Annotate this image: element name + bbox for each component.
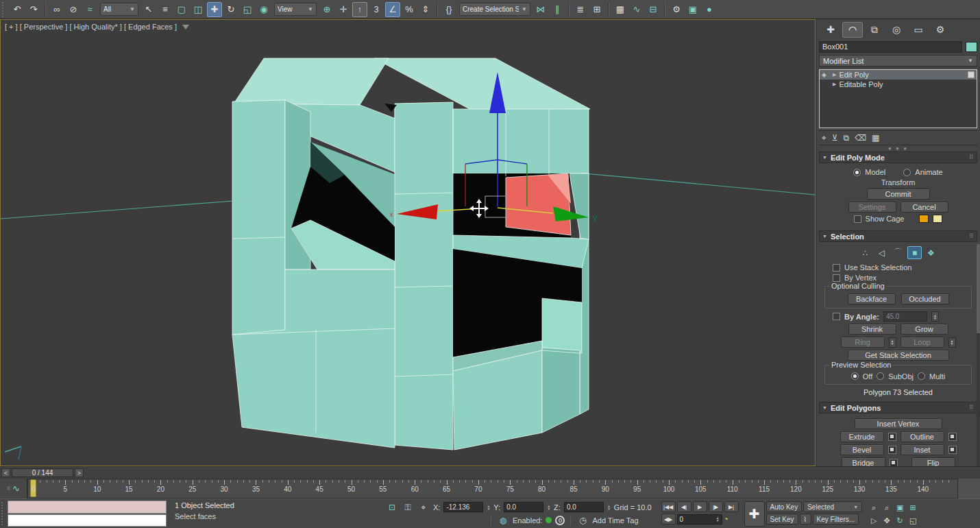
grow-button[interactable]: Grow: [901, 324, 948, 335]
key-mode-toggle-button[interactable]: ◀▶: [661, 514, 676, 525]
viewport-label[interactable]: [ + ] [ Perspective ] [ High Quality* ] …: [5, 23, 189, 31]
flip-button[interactable]: Flip: [911, 457, 955, 466]
render-setup-icon[interactable]: ⚙▼: [669, 2, 684, 17]
spinner-snap-toggle-icon[interactable]: ⇕▼: [418, 2, 433, 17]
zoom-extents-selected-icon[interactable]: ▣: [894, 501, 906, 514]
inset-button[interactable]: Inset: [901, 444, 944, 455]
listener-script-line[interactable]: [8, 514, 167, 527]
expand-arrow-icon[interactable]: ▶: [833, 72, 836, 77]
preview-multi-radio[interactable]: [918, 372, 925, 380]
toggle-ribbon-icon[interactable]: ▦▼: [613, 2, 628, 17]
extrude-settings-icon[interactable]: [888, 433, 896, 441]
select-and-manipulate-icon[interactable]: ✛▼: [336, 2, 351, 17]
viewport-filter-icon[interactable]: [182, 25, 189, 29]
tab-motion[interactable]: ◎: [886, 22, 907, 38]
model-box001[interactable]: [232, 58, 590, 450]
configure-modifier-sets-icon[interactable]: ▦: [872, 133, 879, 143]
expand-arrow-icon[interactable]: ▶: [833, 82, 836, 87]
animate-radio[interactable]: [903, 169, 911, 176]
next-frame-button[interactable]: |▶: [709, 501, 723, 512]
select-object-icon[interactable]: ↖▼: [141, 2, 156, 17]
percent-snap-toggle-icon[interactable]: %▼: [402, 2, 417, 17]
element-icon[interactable]: ❖: [924, 246, 938, 259]
x-coordinate-field[interactable]: -12.136: [443, 502, 483, 512]
modifier-stack-row[interactable]: ▶ Editable Poly: [820, 80, 977, 89]
current-frame-field[interactable]: 0 ▲▼: [677, 514, 722, 525]
maximize-viewport-toggle-icon[interactable]: ◱: [907, 514, 919, 527]
modifier-onoff-toggle[interactable]: [968, 71, 975, 78]
toolbar-drag-handle[interactable]: [2, 2, 7, 17]
listener-macro-line[interactable]: [8, 501, 167, 514]
previous-key-button[interactable]: <: [1, 468, 10, 477]
bind-to-space-warp-icon[interactable]: ≈▼: [82, 2, 97, 17]
edge-icon[interactable]: ◁: [874, 246, 889, 259]
redo-icon[interactable]: ↷▼: [26, 2, 41, 17]
default-key-tangent-icon[interactable]: ⌇: [800, 514, 811, 525]
zoom-extents-all-icon[interactable]: ⊞: [907, 501, 919, 514]
commit-button[interactable]: Commit: [867, 189, 930, 200]
set-key-button[interactable]: Set Key: [766, 514, 798, 525]
border-icon[interactable]: ⌒: [891, 246, 905, 259]
adaptive-degradation-icon[interactable]: ◍: [497, 516, 509, 525]
toggle-layer-explorer-icon[interactable]: ⊞▼: [589, 2, 604, 17]
tab-modify[interactable]: ◠: [842, 22, 863, 38]
rollout-header[interactable]: ▼ Edit Polygons ⠿: [819, 402, 977, 413]
edit-named-selection-sets-icon[interactable]: {}▼: [441, 2, 456, 17]
current-frame-indicator[interactable]: 0 / 144: [12, 468, 73, 477]
select-and-rotate-icon[interactable]: ↻▼: [223, 2, 238, 17]
pin-stack-icon[interactable]: ⌖: [822, 133, 826, 143]
cage-color-swatch-1[interactable]: [919, 215, 929, 223]
rendered-frame-window-icon[interactable]: ▣▼: [685, 2, 700, 17]
bridge-button[interactable]: Bridge: [842, 457, 885, 466]
by-vertex-checkbox[interactable]: [833, 274, 840, 282]
selection-lock-toggle-icon[interactable]: ⚿: [402, 503, 414, 512]
preview-off-radio[interactable]: [851, 372, 859, 380]
zoom-icon[interactable]: ⌕: [868, 501, 880, 514]
bevel-settings-icon[interactable]: [888, 446, 896, 454]
tab-utilities[interactable]: ⚙: [930, 22, 951, 38]
tab-display[interactable]: ▭: [908, 22, 929, 38]
show-end-result-icon[interactable]: ⊻: [832, 133, 838, 143]
toggle-scene-explorer-icon[interactable]: ≣▼: [573, 2, 588, 17]
time-slider-ruler[interactable]: 0510152025303540455055606570758085909510…: [27, 479, 958, 499]
set-keys-button[interactable]: ✚: [744, 501, 765, 527]
by-angle-checkbox[interactable]: [833, 313, 840, 320]
bridge-settings-icon[interactable]: [890, 459, 898, 466]
show-cage-checkbox[interactable]: [854, 215, 861, 223]
field-of-view-icon[interactable]: ▷: [868, 514, 880, 527]
use-pivot-point-center-icon[interactable]: ⊕▼: [319, 2, 334, 17]
object-name-field[interactable]: Box001: [819, 41, 962, 53]
select-and-link-icon[interactable]: ∞▼: [49, 2, 64, 17]
tab-hierarchy[interactable]: ⧉: [864, 22, 885, 38]
auto-key-button[interactable]: Auto Key: [766, 501, 803, 512]
mirror-icon[interactable]: ⋈▼: [533, 2, 548, 17]
render-production-icon[interactable]: ●▼: [702, 2, 717, 17]
use-stack-selection-checkbox[interactable]: [833, 264, 840, 272]
rectangular-selection-region-icon[interactable]: ▢▼: [174, 2, 189, 17]
z-coordinate-field[interactable]: 0.0: [564, 502, 604, 512]
curve-editor-icon[interactable]: ∿▼: [629, 2, 644, 17]
vertex-icon[interactable]: ∴: [858, 246, 872, 259]
add-time-tag-label[interactable]: Add Time Tag: [592, 516, 638, 525]
tab-create[interactable]: ✚: [820, 22, 841, 38]
occluded-button[interactable]: Occluded: [901, 293, 949, 304]
pan-view-icon[interactable]: ✥: [881, 514, 893, 527]
isolate-selection-toggle-icon[interactable]: ⊡: [386, 503, 398, 512]
cage-color-swatch-2[interactable]: [933, 215, 942, 223]
insert-vertex-button[interactable]: Insert Vertex: [855, 418, 942, 429]
outline-settings-icon[interactable]: [948, 433, 957, 441]
open-mini-curve-editor-button[interactable]: ⠿ ∿: [0, 479, 27, 499]
absolute-mode-toggle-icon[interactable]: ⌖: [417, 503, 430, 512]
unlink-selection-icon[interactable]: ⊘▼: [66, 2, 81, 17]
go-to-end-button[interactable]: ▶|: [724, 501, 739, 512]
modifier-stack-row[interactable]: ◈ ▶ Edit Poly: [820, 70, 977, 80]
previous-frame-button[interactable]: ◀|: [677, 501, 691, 512]
panel-scrollbar[interactable]: [977, 244, 980, 466]
cancel-button[interactable]: Cancel: [901, 202, 948, 213]
schematic-view-icon[interactable]: ⊟▼: [646, 2, 661, 17]
viewport-label-text[interactable]: [ + ] [ Perspective ] [ High Quality* ] …: [5, 23, 177, 31]
snap-toggle-3d-icon[interactable]: 3▼: [369, 2, 384, 17]
select-by-name-icon[interactable]: ≡▼: [158, 2, 173, 17]
get-stack-selection-button[interactable]: Get Stack Selection: [848, 350, 949, 361]
select-and-place-icon[interactable]: ◉▼: [256, 2, 271, 17]
